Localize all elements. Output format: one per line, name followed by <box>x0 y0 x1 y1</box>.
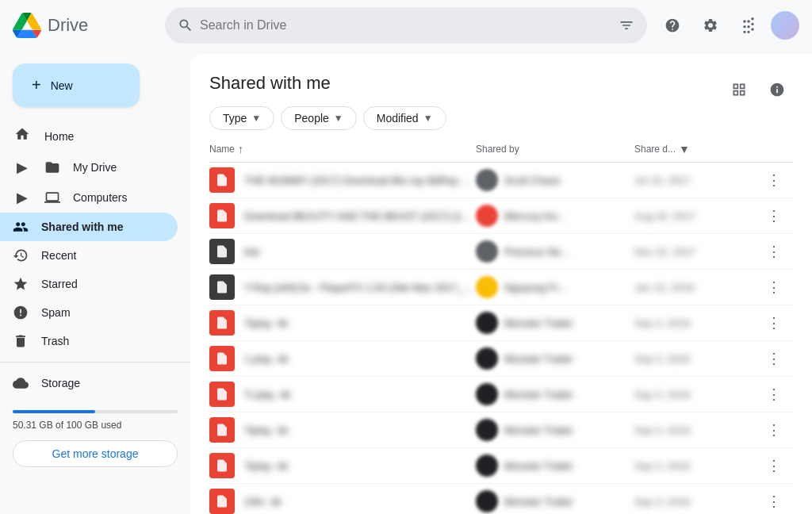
sidebar-item-label: Trash <box>41 335 69 347</box>
more-options-button[interactable]: ⋮ <box>761 310 787 336</box>
shared-name: Monster Trailer <box>504 496 573 508</box>
more-options-button[interactable]: ⋮ <box>761 203 787 228</box>
row-name: 24hr .4k <box>209 489 476 514</box>
table-row[interactable]: 1 play .4k Monster Trailer Sep 3, 2018 ⋮ <box>209 341 793 377</box>
file-doc-icon <box>215 208 229 224</box>
table-header: Name ↑ Shared by Share d... ▼ <box>209 136 793 163</box>
row-filename: Y-Ray [x64] 6x - PlayerFX 1.04 (Site Mac… <box>244 282 476 293</box>
sidebar-item-trash[interactable]: Trash <box>0 327 178 355</box>
people-filter-button[interactable]: People ▼ <box>281 106 356 130</box>
search-input[interactable] <box>200 18 612 33</box>
info-button[interactable] <box>761 74 793 105</box>
file-doc-icon <box>215 351 229 366</box>
shared-name: Monster Trailer <box>504 353 573 365</box>
grid-view-button[interactable] <box>723 74 755 105</box>
file-doc-icon <box>215 493 229 509</box>
more-options-button[interactable]: ⋮ <box>761 167 787 193</box>
more-options-button[interactable]: ⋮ <box>761 239 787 264</box>
name-sort-icon[interactable]: ↑ <box>238 143 243 155</box>
sidebar-item-recent[interactable]: Recent <box>0 241 178 270</box>
table-row[interactable]: THE MUMMY (2017) Download Blu-ray BdRay … <box>209 163 793 198</box>
shared-avatar <box>476 490 498 512</box>
more-options-button[interactable]: ⋮ <box>761 489 787 514</box>
row-date: Sep 3, 2018 <box>634 353 761 365</box>
drive-logo-icon <box>13 11 41 40</box>
date-sort-icon[interactable]: ▼ <box>679 143 690 155</box>
more-options-button[interactable]: ⋮ <box>761 274 787 300</box>
shared-avatar <box>476 455 498 477</box>
table-row[interactable]: Tiplay .4k Monster Trailer Sep 3, 2018 ⋮ <box>209 448 793 484</box>
sidebar-item-label: Recent <box>41 249 76 262</box>
file-icon <box>209 417 235 443</box>
table-row[interactable]: Ti play .4k Monster Trailer Sep 3, 2018 … <box>209 377 793 412</box>
modified-filter-button[interactable]: Modified ▼ <box>363 106 446 130</box>
sidebar-item-storage[interactable]: Storage <box>0 369 178 397</box>
more-options-button[interactable]: ⋮ <box>761 453 787 478</box>
col-name: Name ↑ <box>209 143 476 155</box>
sidebar-item-label: Storage <box>41 377 80 389</box>
settings-icon-btn[interactable] <box>695 10 726 41</box>
row-shared-by: Monster Trailer <box>476 347 634 370</box>
avatar[interactable] <box>771 11 799 40</box>
row-date: Jan 15, 2018 <box>634 282 761 293</box>
new-button[interactable]: + New <box>13 63 140 107</box>
support-icon-btn[interactable] <box>657 10 688 41</box>
more-options-button[interactable]: ⋮ <box>761 346 787 371</box>
table-row[interactable]: link Precious Ne... Dec 22, 2017 ⋮ <box>209 234 793 270</box>
type-filter-button[interactable]: Type ▼ <box>209 106 274 130</box>
file-doc-icon <box>215 279 229 295</box>
sidebar-divider <box>0 362 190 362</box>
trash-icon <box>13 333 29 349</box>
people-filter-chevron: ▼ <box>334 113 343 124</box>
starred-icon <box>13 276 29 292</box>
row-shared-by: Monster Trailer <box>476 419 634 441</box>
home-icon <box>13 126 32 146</box>
table-row[interactable]: 24hr .4k Monster Trailer Sep 3, 2018 ⋮ <box>209 484 793 514</box>
storage-icon <box>13 375 29 391</box>
sidebar-item-shared-with-me[interactable]: Shared with me <box>0 213 178 241</box>
sidebar-item-spam[interactable]: Spam <box>0 298 178 327</box>
table-row[interactable]: Tiplay .4k Monster Trailer Sep 3, 2018 ⋮ <box>209 412 793 448</box>
search-icon <box>178 17 193 33</box>
file-icon <box>209 453 235 478</box>
row-shared-by: Monster Trailer <box>476 383 634 405</box>
sidebar-item-label: Home <box>44 130 74 143</box>
row-shared-by: Precious Ne... <box>476 240 634 263</box>
row-filename: Ti play .4k <box>244 389 291 401</box>
col-shared: Shared by <box>476 144 634 155</box>
new-plus-icon: + <box>32 76 41 94</box>
table-row[interactable]: Download BEAUTY AND THE BEAST (2017) [10… <box>209 198 793 234</box>
apps-icon-btn[interactable] <box>733 10 764 41</box>
shared-avatar <box>476 347 498 370</box>
sidebar-item-starred[interactable]: Starred <box>0 270 178 298</box>
file-table: Name ↑ Shared by Share d... ▼ THE MUM <box>190 136 812 514</box>
row-name: link <box>209 239 476 264</box>
my-drive-icon <box>44 159 60 175</box>
table-row[interactable]: Y-Ray [x64] 6x - PlayerFX 1.04 (Site Mac… <box>209 270 793 305</box>
search-bar[interactable] <box>165 7 647 44</box>
sidebar-item-computers[interactable]: ▶ Computers <box>0 182 178 213</box>
sidebar-item-home[interactable]: Home <box>0 120 178 152</box>
table-row[interactable]: Tiplay .4k Monster Trailer Sep 3, 2018 ⋮ <box>209 305 793 341</box>
my-drive-expand-icon: ▶ <box>13 159 32 176</box>
row-name: Ti play .4k <box>209 382 476 407</box>
row-shared-by: Mercury Ke... <box>476 205 634 227</box>
more-options-button[interactable]: ⋮ <box>761 417 787 443</box>
modified-filter-chevron: ▼ <box>423 113 433 124</box>
sidebar-item-my-drive[interactable]: ▶ My Drive <box>0 152 178 182</box>
type-filter-label: Type <box>223 112 247 125</box>
file-doc-icon <box>215 244 229 259</box>
row-shared-by: Nguyong Fr... <box>476 276 634 298</box>
file-rows: THE MUMMY (2017) Download Blu-ray BdRay … <box>209 163 793 514</box>
row-name: Download BEAUTY AND THE BEAST (2017) [10… <box>209 203 476 228</box>
content-header: Shared with me Type <box>190 54 812 136</box>
sidebar-item-label: My Drive <box>73 161 117 174</box>
page-title: Shared with me <box>209 73 331 94</box>
more-options-button[interactable]: ⋮ <box>761 382 787 407</box>
new-label: New <box>51 79 73 92</box>
row-filename: Tiplay .4k <box>244 424 288 436</box>
search-filter-icon[interactable] <box>619 17 634 33</box>
support-icon <box>665 17 680 33</box>
shared-name: Scott Chaos <box>504 175 561 186</box>
get-more-storage-button[interactable]: Get more storage <box>13 440 178 467</box>
